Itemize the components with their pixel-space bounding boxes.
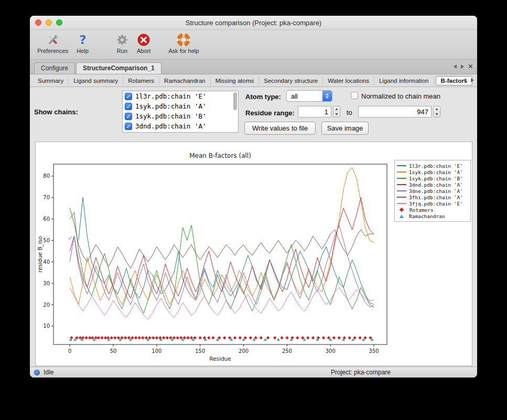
abort-button[interactable]: Abort: [133, 32, 155, 54]
chain-checkbox[interactable]: ✓: [125, 113, 132, 120]
residue-range-label: Residue range:: [245, 109, 295, 117]
status-project: Project: pka-compare: [331, 369, 391, 376]
normalized-label: Normalized to chain mean: [361, 92, 440, 100]
status-indicator-icon: [34, 370, 40, 375]
chain-row[interactable]: ✓3dnd.pdb:chain 'A': [123, 121, 238, 131]
chain-label: 1syk.pdb:chain 'B': [135, 112, 206, 120]
preferences-label: Preferences: [37, 48, 68, 54]
chain-label: 1l3r.pdb:chain 'E': [135, 92, 206, 100]
subtab-scroll-right-icon[interactable]: [471, 78, 474, 82]
residue-to-stepper[interactable]: [433, 106, 440, 117]
legend-item: 3fjq.pdb:chain 'E': [397, 200, 468, 207]
controls-panel: Show chains: ✓1l3r.pdb:chain 'E'✓1syk.pd…: [30, 87, 477, 139]
svg-text:Residue: Residue: [209, 356, 231, 362]
legend-label: 3fjq.pdb:chain 'E': [409, 201, 463, 207]
window-controls: [35, 19, 62, 26]
chain-label: 1syk.pdb:chain 'A': [135, 102, 206, 110]
abort-label: Abort: [137, 48, 150, 54]
chain-label: 3dnd.pdb:chain 'A': [135, 122, 206, 130]
legend-label: Ramachandran: [409, 213, 445, 219]
legend-line-swatch-icon: [397, 184, 406, 185]
residue-from-stepper[interactable]: [333, 106, 340, 117]
tab-close-icon[interactable]: [468, 64, 473, 69]
legend-item: 1syk.pdb:chain 'A': [397, 169, 468, 175]
to-label: to: [347, 109, 352, 116]
tab-summary[interactable]: Summary: [33, 76, 69, 85]
show-chains-label: Show chains:: [34, 108, 78, 116]
chain-checkbox[interactable]: ✓: [125, 123, 132, 130]
close-window-button[interactable]: [35, 19, 41, 26]
svg-text:residue B_iso: residue B_iso: [37, 236, 44, 272]
legend-label: 3fhi.pdb:chain 'A': [409, 195, 463, 200]
tab-ligand-summary[interactable]: Ligand summary: [69, 76, 123, 85]
legend-label: 3dne.pdb:chain 'A': [409, 188, 463, 194]
svg-text:30: 30: [43, 281, 50, 286]
save-image-button[interactable]: Save image: [321, 122, 369, 135]
legend-item: 3fhi.pdb:chain 'A': [397, 194, 468, 200]
legend-line-swatch-icon: [397, 171, 406, 173]
run-button[interactable]: Run: [112, 32, 133, 54]
plot-area: 0501001502002503003501020304050607080Mea…: [30, 139, 477, 369]
minimize-window-button[interactable]: [46, 19, 52, 26]
desktop: { "window": { "title": "Structure compar…: [0, 0, 507, 420]
svg-text:60: 60: [43, 216, 50, 222]
abort-icon: [137, 32, 150, 48]
legend-item: Ramachandran: [397, 213, 468, 219]
tab-ligand-information[interactable]: Ligand information: [374, 76, 434, 85]
write-values-button[interactable]: Write values to file: [244, 122, 316, 135]
sub-tab-controls: [463, 78, 474, 82]
tab-ramachandran[interactable]: Ramachandran: [159, 76, 211, 85]
chain-row[interactable]: ✓1syk.pdb:chain 'B': [123, 111, 238, 121]
chains-list[interactable]: ✓1l3r.pdb:chain 'E'✓1syk.pdb:chain 'A'✓1…: [122, 91, 239, 133]
svg-text:80: 80: [43, 173, 50, 179]
tools-icon: [46, 32, 60, 48]
help-button[interactable]: ? Help: [72, 32, 93, 54]
preferences-button[interactable]: Preferences: [33, 32, 72, 54]
window-title: Structure comparison (Project: pka-compa…: [186, 19, 321, 27]
chain-row[interactable]: ✓1l3r.pdb:chain 'E': [123, 91, 238, 101]
tab-scroll-left-icon[interactable]: [454, 64, 457, 69]
tab-configure[interactable]: Configure: [34, 62, 75, 74]
legend-item: 3dnd.pdb:chain 'A': [397, 181, 468, 188]
sub-tabs: SummaryLigand summaryRotamersRamachandra…: [30, 74, 477, 87]
svg-text:0: 0: [68, 348, 71, 354]
atom-type-label: Atom type:: [245, 93, 281, 101]
list-scrollbar[interactable]: [233, 92, 237, 110]
legend-item: 3dne.pdb:chain 'A': [397, 188, 468, 194]
tab-water-locations[interactable]: Water locations: [323, 76, 374, 85]
tab-structurecomparison-1[interactable]: StructureComparison_1: [76, 62, 161, 74]
subtab-scroll-left-icon[interactable]: [463, 78, 466, 82]
bfactor-figure: 0501001502002503003501020304050607080Mea…: [35, 142, 472, 366]
atom-type-dropdown[interactable]: all: [286, 90, 332, 102]
svg-text:✓: ✓: [68, 234, 73, 242]
residue-from-input[interactable]: 1: [298, 106, 331, 117]
status-text: Idle: [44, 369, 53, 376]
chain-checkbox[interactable]: ✓: [125, 103, 132, 110]
svg-text:300: 300: [326, 348, 336, 354]
app-window: Structure comparison (Project: pka-compa…: [30, 16, 477, 378]
legend-item: 1syk.pdb:chain 'B': [397, 175, 468, 181]
legend-item: Rotamers: [397, 207, 468, 213]
normalized-checkbox[interactable]: [351, 92, 358, 99]
chain-row[interactable]: ✓1syk.pdb:chain 'A': [123, 101, 238, 111]
residue-to-input[interactable]: 947: [358, 106, 432, 117]
tab-scroll-right-icon[interactable]: [461, 64, 464, 69]
ask-for-help-button[interactable]: Ask for help: [164, 32, 203, 54]
svg-text:Mean B-factors (all): Mean B-factors (all): [189, 152, 251, 159]
legend-line-swatch-icon: [397, 178, 406, 179]
svg-text:100: 100: [152, 348, 161, 354]
gear-icon: [116, 32, 128, 48]
tab-missing-atoms[interactable]: Missing atoms: [211, 76, 260, 85]
svg-text:50: 50: [110, 348, 117, 354]
title-bar: Structure comparison (Project: pka-compa…: [30, 16, 477, 30]
legend-line-swatch-icon: [397, 190, 406, 191]
tab-rotamers[interactable]: Rotamers: [123, 76, 159, 85]
svg-text:150: 150: [195, 348, 205, 354]
main-tab-bar: Configure StructureComparison_1: [30, 60, 477, 74]
tab-secondary-structure[interactable]: Secondary structure: [259, 76, 323, 85]
svg-text:10: 10: [43, 323, 50, 329]
run-label: Run: [117, 48, 127, 54]
atom-type-value: all: [287, 92, 322, 100]
chain-checkbox[interactable]: ✓: [125, 93, 132, 100]
zoom-window-button[interactable]: [56, 19, 62, 26]
